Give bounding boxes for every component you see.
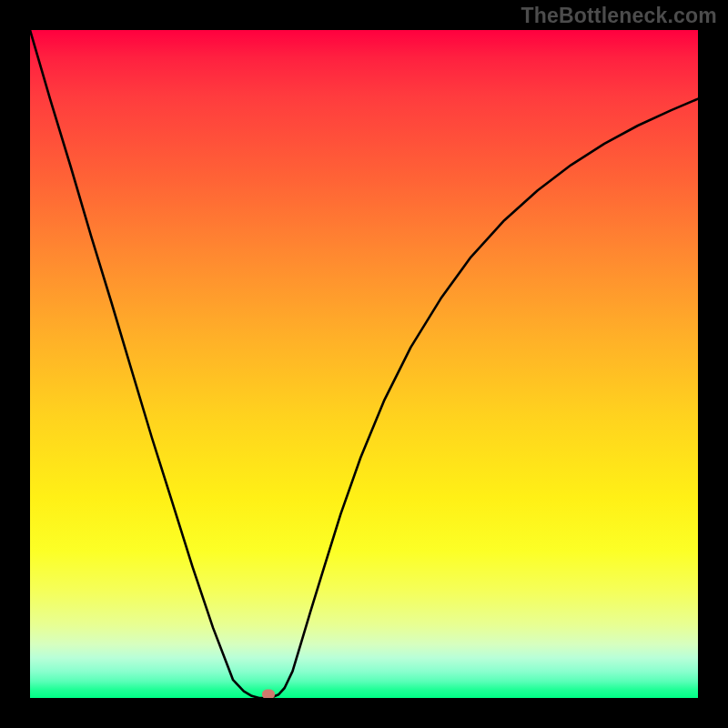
marker-point (262, 689, 275, 698)
bottleneck-curve-line (30, 30, 698, 698)
watermark-text: TheBottleneck.com (521, 4, 717, 28)
curve-svg (30, 30, 698, 698)
chart-frame: TheBottleneck.com (0, 0, 728, 728)
plot-area (30, 30, 698, 698)
